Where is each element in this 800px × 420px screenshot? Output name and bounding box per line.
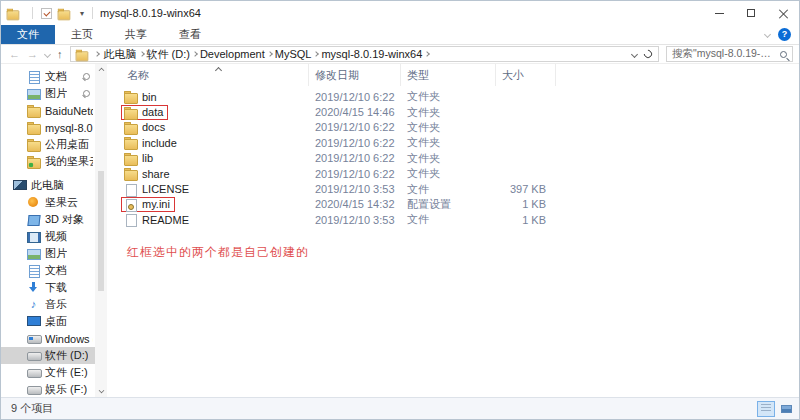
file-icon	[124, 167, 137, 180]
ribbon-tab[interactable]: 文件	[1, 25, 55, 44]
new-folder-icon[interactable]	[58, 7, 70, 19]
file-name-cell: LICENSE	[121, 182, 309, 197]
file-row[interactable]: bin 2019/12/10 6:22 文件夹	[121, 89, 799, 104]
sidebar-item[interactable]: 3D 对象	[1, 211, 95, 228]
file-row[interactable]: lib 2019/12/10 6:22 文件夹	[121, 151, 799, 166]
quick-access-toolbar: ▾	[6, 7, 96, 20]
title-bar: ▾ mysql-8.0.19-winx64	[1, 1, 799, 25]
file-name[interactable]: bin	[142, 91, 157, 103]
sidebar-item[interactable]: 我的坚果云	[1, 153, 95, 170]
file-name-cell: data	[121, 105, 309, 120]
file-row[interactable]: share 2019/12/10 6:22 文件夹	[121, 166, 799, 181]
file-name-cell: lib	[121, 151, 309, 166]
sidebar-scrollbar[interactable]	[95, 64, 107, 397]
sidebar-item[interactable]: 文件 (E:)	[1, 364, 95, 381]
breadcrumb-separator[interactable]	[424, 51, 430, 57]
sidebar-item[interactable]: 下载	[1, 279, 95, 296]
scrollbar-thumb[interactable]	[98, 171, 104, 291]
maximize-button[interactable]	[735, 1, 767, 25]
sidebar-item[interactable]: 图片	[1, 85, 95, 102]
search-input[interactable]: 搜索"mysql-8.0.19-winx64"	[672, 47, 777, 61]
sidebar: 文档 图片 BaiduNetdiskD mysql-8.0.19-w 公用桌面 …	[1, 64, 95, 397]
column-header[interactable]: 大小	[496, 64, 556, 86]
sidebar-item-icon	[27, 281, 40, 294]
expand-ribbon-icon[interactable]	[764, 31, 771, 38]
ribbon-tab[interactable]: 共享	[109, 25, 163, 44]
sidebar-item-icon	[27, 366, 40, 379]
column-header[interactable]: 类型	[401, 64, 496, 86]
sidebar-item[interactable]: 文档	[1, 262, 95, 279]
sidebar-item[interactable]: 桌面	[1, 313, 95, 330]
sidebar-item[interactable]: 公用桌面	[1, 136, 95, 153]
breadcrumb-item[interactable]: Development	[197, 48, 268, 60]
breadcrumb-item[interactable]: mysql-8.0.19-winx64	[318, 48, 425, 60]
file-name[interactable]: data	[142, 106, 163, 118]
sidebar-item[interactable]: 娱乐 (F:)	[1, 381, 95, 397]
thumbnails-view-button[interactable]	[777, 401, 795, 417]
sidebar-item[interactable]: 坚果云	[1, 194, 95, 211]
file-list-pane: 名称 修改日期 类型 大小 bin 2019/12/10 6:22 文件夹 da…	[107, 64, 799, 397]
column-header[interactable]: 名称	[121, 64, 309, 86]
sidebar-item-icon	[27, 138, 40, 151]
file-row[interactable]: docs 2019/12/10 6:22 文件夹	[121, 120, 799, 135]
minimize-button[interactable]	[703, 1, 735, 25]
scroll-down-icon[interactable]	[98, 388, 104, 394]
properties-icon[interactable]	[41, 8, 52, 19]
refresh-icon[interactable]	[642, 48, 653, 59]
sidebar-item[interactable]: 此电脑	[1, 177, 95, 194]
file-name[interactable]: include	[142, 137, 177, 149]
file-row[interactable]: include 2019/12/10 6:22 文件夹	[121, 135, 799, 150]
file-name-cell: include	[121, 135, 309, 150]
file-type-cell: 文件夹	[401, 89, 496, 104]
customize-qat-icon[interactable]: ▾	[80, 9, 84, 18]
scroll-up-icon[interactable]	[98, 68, 104, 74]
column-header-label: 类型	[407, 68, 429, 83]
sidebar-item-label: 图片	[45, 86, 67, 101]
main-area: 文档 图片 BaiduNetdiskD mysql-8.0.19-w 公用桌面 …	[1, 64, 799, 397]
recent-locations-icon[interactable]	[44, 50, 51, 57]
ribbon-tab[interactable]: 查看	[163, 25, 217, 44]
sidebar-item[interactable]: 文档	[1, 68, 95, 85]
file-row[interactable]: README 2019/12/10 3:53 文件 1 KB	[121, 212, 799, 227]
thumbnails-view-icon	[781, 405, 792, 413]
address-bar[interactable]: 此电脑 软件 (D:) Development MySQL mysql-8.0.…	[70, 46, 660, 62]
sidebar-item[interactable]: BaiduNetdiskD	[1, 102, 95, 119]
file-row[interactable]: my.ini 2020/4/15 14:32 配置设置 1 KB	[121, 197, 799, 212]
forward-button[interactable]: →	[27, 48, 38, 60]
file-name[interactable]: share	[142, 168, 170, 180]
breadcrumb-item[interactable]: 此电脑	[101, 47, 140, 62]
file-name[interactable]: LICENSE	[142, 183, 189, 195]
file-icon	[124, 136, 137, 149]
search-box[interactable]: 搜索"mysql-8.0.19-winx64"	[666, 46, 793, 62]
sidebar-item[interactable]: 软件 (D:)	[1, 347, 95, 364]
file-row[interactable]: LICENSE 2019/12/10 3:53 文件 397 KB	[121, 181, 799, 196]
column-header-label: 大小	[502, 68, 524, 83]
ribbon-tab[interactable]: 主页	[55, 25, 109, 44]
file-name[interactable]: README	[142, 214, 189, 226]
red-highlight-box: include	[121, 135, 182, 150]
up-button[interactable]: ↑	[57, 48, 63, 60]
column-header[interactable]: 修改日期	[309, 64, 401, 86]
sidebar-item-label: 软件 (D:)	[45, 348, 88, 363]
sidebar-item[interactable]: 视频	[1, 228, 95, 245]
details-view-button[interactable]	[757, 401, 775, 417]
help-icon[interactable]: ?	[778, 28, 791, 41]
sidebar-item-label: 文档	[45, 263, 67, 278]
back-button[interactable]: ←	[9, 48, 20, 60]
address-dropdown-icon[interactable]	[631, 50, 638, 57]
sidebar-item[interactable]: mysql-8.0.19-w	[1, 119, 95, 136]
sidebar-item[interactable]: 图片	[1, 245, 95, 262]
file-name[interactable]: lib	[142, 152, 153, 164]
file-name[interactable]: my.ini	[142, 198, 170, 210]
close-button[interactable]	[767, 1, 799, 25]
breadcrumb-item[interactable]: MySQL	[272, 48, 315, 60]
file-name[interactable]: docs	[142, 121, 165, 133]
file-icon	[124, 121, 137, 134]
breadcrumb-segment: 此电脑	[101, 47, 144, 62]
sidebar-item[interactable]: 音乐	[1, 296, 95, 313]
breadcrumb-item[interactable]: 软件 (D:)	[144, 47, 193, 62]
sidebar-item[interactable]: Windows (C:)	[1, 330, 95, 347]
sidebar-item-icon	[27, 298, 40, 311]
file-row[interactable]: data 2020/4/15 14:46 文件夹	[121, 104, 799, 119]
file-rows: bin 2019/12/10 6:22 文件夹 data 2020/4/15 1…	[121, 89, 799, 228]
